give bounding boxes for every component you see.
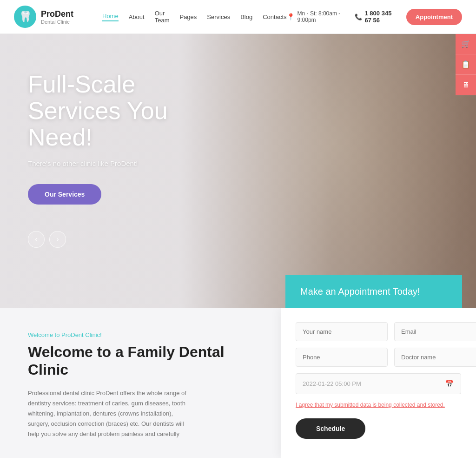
- phone-icon: 📞: [355, 13, 362, 20]
- phone-input[interactable]: [296, 348, 388, 367]
- welcome-area: Welcome to ProDent Clinic! Welcome to a …: [0, 308, 281, 458]
- datetime-row[interactable]: 2022-01-22 05:00 PM 📅: [296, 373, 461, 394]
- slider-arrows: ‹ ›: [28, 231, 66, 248]
- welcome-label: Welcome to ProDent Clinic!: [28, 331, 262, 338]
- phone-info: 📞 1 800 345 67 56: [355, 10, 398, 24]
- doctor-input[interactable]: [394, 348, 476, 367]
- email-input[interactable]: [394, 322, 476, 341]
- nav-services[interactable]: Services: [207, 13, 230, 20]
- nav-blog[interactable]: Blog: [240, 13, 252, 20]
- logo-text: ProDent Dental Clinic: [41, 9, 73, 25]
- consent-pre-text: I agree that my submitted data is being: [296, 402, 393, 408]
- lower-section: Welcome to ProDent Clinic! Welcome to a …: [0, 308, 476, 458]
- side-icon-form[interactable]: 📋: [456, 54, 476, 75]
- submit-button[interactable]: Schedule: [296, 418, 365, 439]
- prev-arrow[interactable]: ‹: [28, 231, 45, 248]
- nav-pages[interactable]: Pages: [179, 13, 197, 20]
- consent-text: I agree that my submitted data is being …: [296, 401, 461, 409]
- logo-icon: 🦷: [14, 6, 36, 28]
- schedule-info: 📍 Mn - St: 8:00am - 9:00pm: [287, 10, 346, 23]
- nav-home[interactable]: Home: [102, 13, 119, 21]
- appointment-form: 2022-01-22 05:00 PM 📅 I agree that my su…: [281, 308, 476, 458]
- hero-content: Full-Scale Services You Need! There's no…: [28, 71, 223, 205]
- logo-sub: Dental Clinic: [41, 19, 73, 25]
- hero-title: Full-Scale Services You Need!: [28, 71, 223, 151]
- phone-number: 1 800 345 67 56: [365, 10, 398, 24]
- nav-about[interactable]: About: [129, 13, 145, 20]
- calendar-icon: 📅: [445, 379, 454, 388]
- welcome-title: Welcome to a Family Dental Clinic: [28, 343, 262, 379]
- logo-name: ProDent: [41, 9, 73, 19]
- form-row-name-email: [296, 322, 461, 341]
- name-input[interactable]: [296, 322, 388, 341]
- header: 🦷 ProDent Dental Clinic Home About Our T…: [0, 0, 476, 34]
- datetime-value: 2022-01-22 05:00 PM: [303, 380, 361, 387]
- schedule-text: Mn - St: 8:00am - 9:00pm: [298, 10, 346, 23]
- header-right: 📍 Mn - St: 8:00am - 9:00pm 📞 1 800 345 6…: [287, 9, 462, 25]
- next-arrow[interactable]: ›: [49, 231, 66, 248]
- appointment-banner-text: Make an Appointment Today!: [300, 286, 420, 297]
- our-services-button[interactable]: Our Services: [28, 184, 101, 205]
- main-nav: Home About Our Team Pages Services Blog …: [102, 10, 287, 24]
- appointment-button[interactable]: Appointment: [406, 9, 462, 25]
- nav-contacts[interactable]: Contacts: [263, 13, 286, 20]
- consent-link[interactable]: collected and stored.: [393, 402, 445, 408]
- location-icon: 📍: [287, 13, 295, 20]
- side-icon-cart[interactable]: 🛒: [456, 34, 476, 54]
- nav-team[interactable]: Our Team: [155, 10, 170, 24]
- appointment-banner: Make an Appointment Today!: [285, 275, 462, 308]
- form-row-phone-doctor: [296, 348, 461, 367]
- side-icon-monitor[interactable]: 🖥: [456, 75, 476, 95]
- welcome-text: Professional dental clinic ProDent offer…: [28, 388, 195, 439]
- hero-subtitle: There's no other clinic like ProDent!: [28, 159, 223, 167]
- logo-area: 🦷 ProDent Dental Clinic: [14, 6, 88, 28]
- side-icons: 🛒 📋 🖥: [456, 34, 476, 308]
- hero-section: Full-Scale Services You Need! There's no…: [0, 34, 476, 308]
